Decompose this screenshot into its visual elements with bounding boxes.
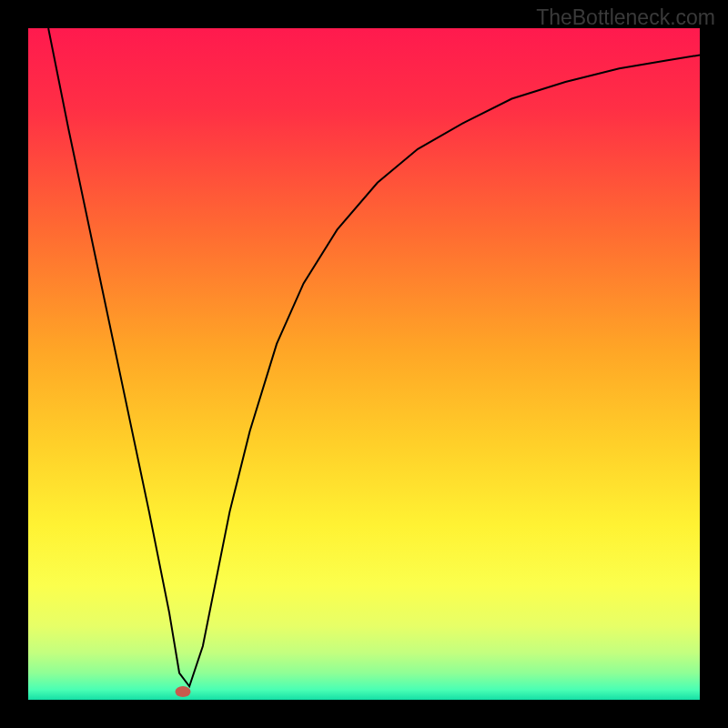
plot-area [28,28,700,700]
curve-layer [28,28,700,700]
bottleneck-curve [48,28,700,686]
chart-frame: TheBottleneck.com [0,0,728,728]
optimal-point-marker [175,686,190,697]
watermark-text: TheBottleneck.com [536,5,715,30]
